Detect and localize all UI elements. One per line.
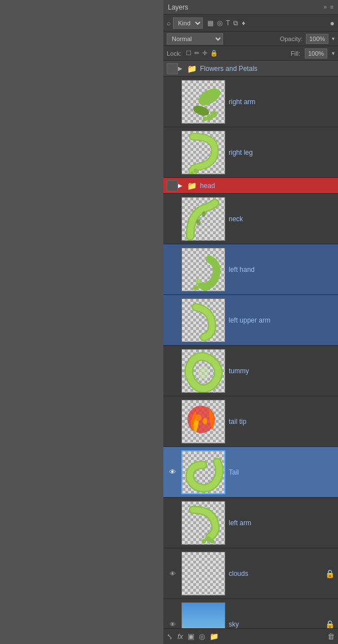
layer-info: right leg xyxy=(229,149,335,156)
layer-info: left hand xyxy=(229,266,335,274)
layer-info: left upper arm xyxy=(229,316,335,324)
svg-point-8 xyxy=(202,211,206,217)
layer-name: tummy xyxy=(229,367,335,375)
shape-filter-icon[interactable]: ⧉ xyxy=(233,19,238,27)
layer-lock-icon: 🔒 xyxy=(325,620,335,629)
layer-name: right arm xyxy=(229,98,335,106)
layer-row[interactable]: left hand xyxy=(163,244,338,295)
svg-point-13 xyxy=(198,366,208,379)
smart-filter-icon[interactable]: ♦ xyxy=(242,19,245,27)
lock-bar: Lock: ☐ ✏ ✛ 🔒 Fill: ▾ xyxy=(163,46,338,61)
lock-icons: ☐ ✏ ✛ 🔒 xyxy=(186,50,218,57)
layer-name: left hand xyxy=(229,266,335,274)
pixel-filter-icon[interactable]: ▦ xyxy=(207,19,214,27)
layer-name: right leg xyxy=(229,149,335,156)
thumb-svg xyxy=(182,131,225,174)
svg-point-4 xyxy=(203,117,207,121)
opacity-arrow[interactable]: ▾ xyxy=(332,35,335,42)
opacity-label: Opacity: xyxy=(280,35,303,42)
fill-arrow[interactable]: ▾ xyxy=(332,50,335,56)
svg-point-1 xyxy=(192,104,211,118)
group-name: head xyxy=(200,182,215,190)
menu-icon[interactable]: ≡ xyxy=(330,4,333,10)
layer-row[interactable]: tail tip xyxy=(163,396,338,447)
layer-name: neck xyxy=(229,215,335,223)
adjustment-filter-icon[interactable]: ◎ xyxy=(217,19,223,27)
layer-name: left arm xyxy=(229,519,335,527)
group-folder-icon: 📁 xyxy=(187,64,197,73)
layer-row[interactable]: right arm xyxy=(163,77,338,127)
svg-point-19 xyxy=(210,539,215,543)
lock-draw-icon[interactable]: ✏ xyxy=(194,50,199,57)
svg-point-7 xyxy=(196,219,201,226)
layer-row[interactable]: 👁 sky 🔒 xyxy=(163,599,338,628)
layer-thumbnail xyxy=(181,450,225,494)
layer-row[interactable]: tummy xyxy=(163,346,338,396)
layer-thumbnail xyxy=(181,552,225,596)
svg-point-5 xyxy=(193,168,198,173)
lock-all-icon[interactable]: 🔒 xyxy=(210,50,218,57)
layer-row[interactable]: right leg xyxy=(163,127,338,178)
layer-name: clouds xyxy=(229,570,325,578)
layer-row[interactable]: left arm xyxy=(163,498,338,548)
mask-icon[interactable]: ◎ xyxy=(199,632,205,641)
layer-name: Tail xyxy=(229,468,335,476)
group-expand-arrow[interactable]: ▶ xyxy=(178,182,186,189)
fill-input[interactable] xyxy=(305,48,327,59)
delete-icon[interactable]: 🗑 xyxy=(327,632,335,641)
thumb-svg xyxy=(182,80,225,123)
link-icon[interactable]: ⤣ xyxy=(167,632,173,641)
layer-row[interactable]: 👁 Tail xyxy=(163,447,338,498)
layer-info: Tail xyxy=(229,468,335,476)
panel-title-icons: » ≡ xyxy=(324,4,333,10)
opacity-input[interactable] xyxy=(306,34,328,44)
type-filter-icon[interactable]: T xyxy=(226,19,230,27)
svg-point-18 xyxy=(202,539,206,543)
layer-thumbnail xyxy=(181,131,225,175)
group-header-flowers[interactable]: ▶ 📁 Flowers and Petals xyxy=(163,61,338,77)
thumb-svg xyxy=(182,502,225,544)
layer-row[interactable]: left upper arm xyxy=(163,295,338,346)
filter-bar: ⌕ Kind ▦ ◎ T ⧉ ♦ ● xyxy=(163,15,338,32)
layer-info: tummy xyxy=(229,367,335,375)
filter-type-icons: ▦ ◎ T ⧉ ♦ xyxy=(207,19,245,27)
svg-point-16 xyxy=(203,418,207,424)
layer-name: sky xyxy=(229,620,325,628)
panel-titlebar: Layers » ≡ xyxy=(163,0,338,15)
bottom-bar: ⤣ fx ▣ ◎ 📁 🗑 xyxy=(163,628,338,644)
layer-name: left upper arm xyxy=(229,316,335,324)
group-header-head[interactable]: ▶ 📁 head xyxy=(163,178,338,194)
expand-icon[interactable]: » xyxy=(324,4,327,10)
layer-thumbnail xyxy=(181,602,225,629)
layer-info: left arm xyxy=(229,519,335,527)
layer-visibility-toggle[interactable]: 👁 xyxy=(167,468,178,476)
layer-thumbnail xyxy=(181,248,225,292)
lock-label: Lock: xyxy=(167,50,181,57)
layer-thumbnail xyxy=(181,80,225,124)
lock-pixel-icon[interactable]: ☐ xyxy=(186,50,192,57)
svg-point-0 xyxy=(195,85,223,109)
blend-mode-select[interactable]: Normal xyxy=(167,33,223,44)
svg-point-10 xyxy=(193,285,198,290)
layers-panel: Layers » ≡ ⌕ Kind ▦ ◎ T ⧉ ♦ ● Normal Opa… xyxy=(163,0,338,644)
filter-toggle[interactable]: ● xyxy=(330,19,335,28)
thumb-svg xyxy=(182,248,225,291)
lock-move-icon[interactable]: ✛ xyxy=(202,50,207,57)
thumb-svg xyxy=(182,198,225,240)
group-expand-arrow[interactable]: ▶ xyxy=(178,65,186,71)
layer-row[interactable]: neck xyxy=(163,194,338,244)
thumb-svg xyxy=(182,299,225,342)
kind-filter-select[interactable]: Kind xyxy=(173,17,203,29)
fx-icon[interactable]: fx xyxy=(177,632,183,641)
group-visibility-checkbox[interactable] xyxy=(167,180,178,191)
layer-thumbnail xyxy=(181,349,225,393)
group-visibility-checkbox[interactable] xyxy=(167,63,178,74)
layer-info: tail tip xyxy=(229,418,335,426)
adjustment-icon[interactable]: ▣ xyxy=(188,632,194,641)
svg-point-15 xyxy=(195,414,202,421)
layer-visibility-toggle[interactable]: 👁 xyxy=(167,570,178,577)
layer-thumbnail xyxy=(181,197,225,241)
layer-row[interactable]: 👁 clouds 🔒 xyxy=(163,548,338,599)
layer-visibility-toggle[interactable]: 👁 xyxy=(167,621,178,628)
new-group-icon[interactable]: 📁 xyxy=(210,632,219,641)
